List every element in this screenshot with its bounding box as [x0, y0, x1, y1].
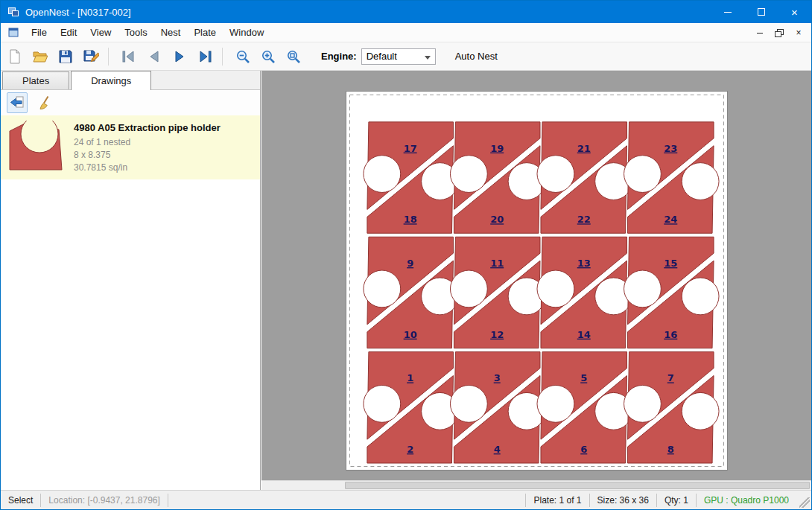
part-label: 24 — [664, 214, 677, 225]
broom-icon — [37, 95, 54, 111]
engine-label: Engine: — [321, 51, 357, 62]
part-label: 5 — [580, 372, 587, 383]
save-edit-button[interactable] — [80, 45, 102, 68]
nest-pair[interactable]: 78 — [624, 352, 719, 463]
title-bar: OpenNest - [N0317-002] × — [1, 1, 811, 23]
part-hole — [682, 278, 719, 315]
import-drawing-button[interactable] — [7, 92, 28, 113]
part-label: 16 — [664, 329, 677, 340]
part-label: 23 — [664, 143, 677, 154]
status-mode: Select — [1, 493, 40, 508]
zoom-extents-button[interactable] — [282, 45, 305, 68]
minimize-button[interactable] — [711, 1, 744, 23]
zoom-extents-icon — [285, 48, 302, 65]
nest-pair[interactable]: 34 — [450, 352, 545, 463]
menu-window[interactable]: Window — [223, 24, 270, 41]
drawing-info: 4980 A05 Extraction pipe holder 24 of 1 … — [74, 121, 221, 174]
part-label: 21 — [577, 143, 591, 154]
tab-plates[interactable]: Plates — [2, 71, 69, 89]
save-icon — [57, 48, 74, 65]
auto-nest-button[interactable]: Auto Nest — [449, 47, 504, 66]
nest-pair[interactable]: 1718 — [364, 122, 458, 233]
maximize-icon — [758, 8, 765, 16]
nest-viewport: 171819202122232491011121314151612345678 — [261, 71, 811, 490]
nest-pair[interactable]: 1314 — [537, 237, 632, 348]
menu-plate[interactable]: Plate — [187, 24, 223, 41]
status-bar: Select Location: [-0.9437, 21.8796] Plat… — [1, 490, 811, 509]
part-hole — [450, 156, 487, 193]
drawing-list-item[interactable]: 4980 A05 Extraction pipe holder 24 of 1 … — [1, 115, 260, 179]
app-icon — [7, 6, 19, 18]
status-gpu: GPU : Quadro P1000 — [697, 493, 796, 508]
prev-plate-button[interactable] — [143, 45, 165, 68]
mdi-close-button[interactable]: × — [790, 26, 807, 39]
menu-edit[interactable]: Edit — [54, 24, 83, 41]
status-plate: Plate: 1 of 1 — [526, 493, 589, 508]
part-thumbnail — [7, 121, 65, 173]
menu-bar: File Edit View Tools Nest Plate Window × — [1, 23, 811, 42]
menu-nest[interactable]: Nest — [154, 24, 188, 41]
nest-pair[interactable]: 910 — [364, 237, 458, 348]
last-arrow-icon — [197, 48, 213, 65]
save-button[interactable] — [54, 45, 77, 68]
import-arrow-icon — [9, 95, 25, 111]
left-panel: Plates Drawings — [1, 71, 261, 490]
part-hole — [624, 270, 662, 307]
toolbar-separator — [222, 48, 223, 66]
close-button[interactable]: × — [778, 1, 811, 23]
horizontal-scrollbar[interactable] — [261, 480, 811, 490]
new-file-icon — [7, 48, 23, 65]
next-arrow-icon — [171, 48, 188, 65]
part-label: 15 — [664, 258, 677, 269]
scrollbar-thumb[interactable] — [345, 482, 810, 489]
clean-button[interactable] — [35, 92, 56, 113]
menu-file[interactable]: File — [25, 24, 54, 41]
next-plate-button[interactable] — [168, 45, 191, 68]
part-label: 4 — [494, 444, 501, 455]
mdi-restore-button[interactable] — [771, 26, 787, 39]
nest-pair[interactable]: 12 — [364, 352, 458, 463]
drawing-title: 4980 A05 Extraction pipe holder — [74, 122, 221, 133]
part-hole — [682, 163, 719, 200]
nest-pair[interactable]: 2122 — [537, 122, 632, 233]
mdi-minimize-button[interactable] — [752, 26, 768, 39]
part-label: 10 — [404, 329, 417, 340]
part-hole — [450, 385, 487, 422]
nest-pair[interactable]: 56 — [537, 352, 632, 463]
nest-pair[interactable]: 1112 — [450, 237, 545, 348]
nest-pair[interactable]: 1516 — [624, 237, 719, 348]
drawing-nested-count: 24 of 1 nested — [74, 136, 221, 149]
zoom-in-button[interactable] — [257, 45, 279, 68]
last-plate-button[interactable] — [194, 45, 216, 68]
part-label: 7 — [667, 372, 674, 383]
new-button[interactable] — [4, 45, 26, 68]
resize-grip[interactable] — [799, 497, 810, 508]
part-hole — [682, 392, 719, 430]
menu-view[interactable]: View — [83, 24, 118, 41]
status-separator — [168, 494, 168, 507]
nest-pair[interactable]: 1920 — [450, 122, 545, 233]
toolbar-separator — [108, 48, 109, 66]
engine-select[interactable]: Default — [361, 48, 436, 65]
first-plate-button[interactable] — [118, 45, 140, 68]
part-hole — [364, 156, 401, 193]
zoom-out-icon — [235, 48, 251, 65]
nest-pair[interactable]: 2324 — [624, 122, 719, 233]
tab-drawings[interactable]: Drawings — [71, 71, 151, 90]
plate-svg[interactable]: 171819202122232491011121314151612345678 — [346, 91, 728, 471]
open-button[interactable] — [29, 45, 51, 68]
menu-tools[interactable]: Tools — [118, 24, 153, 41]
content-area: Plates Drawings — [1, 71, 811, 490]
window-title: OpenNest - [N0317-002] — [25, 7, 131, 18]
open-folder-icon — [32, 48, 48, 65]
app-window: OpenNest - [N0317-002] × File Edit View … — [0, 0, 812, 510]
part-hole — [537, 270, 574, 307]
minimize-icon — [724, 12, 732, 13]
zoom-out-button[interactable] — [232, 45, 254, 68]
maximize-button[interactable] — [744, 1, 778, 23]
engine-value: Default — [367, 51, 397, 62]
part-label: 9 — [407, 258, 413, 269]
part-hole — [364, 385, 401, 422]
part-label: 6 — [580, 444, 587, 455]
part-label: 3 — [494, 372, 501, 383]
